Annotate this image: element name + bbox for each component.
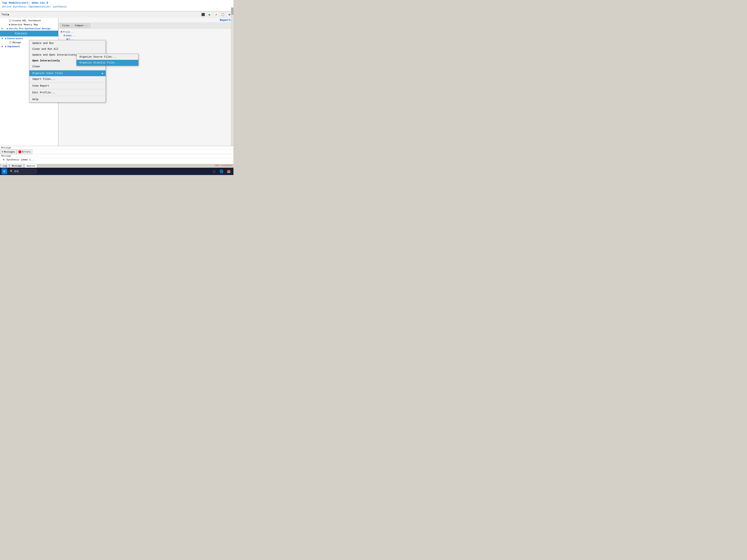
- indent: ⊟: [1, 45, 5, 48]
- synthesis-expand-icon: ⊟: [3, 158, 4, 161]
- indent: ⊟: [1, 27, 7, 30]
- tree-item-verify-pre[interactable]: ⊟ ▶ Verify Pre-Synthesized Design: [0, 27, 58, 31]
- taskbar-icon-3[interactable]: 🦊: [225, 168, 232, 175]
- search-bar[interactable]: 🔍 搜索: [8, 169, 37, 174]
- taskbar-icons: ⬚ 🌐 🦊: [211, 168, 232, 175]
- messages-tab[interactable]: ≡ Messages: [0, 150, 17, 154]
- reports-label: Reports: [58, 18, 233, 23]
- right-scrollbar[interactable]: [231, 7, 233, 164]
- implement-icon: ▶: [5, 45, 6, 48]
- proje-item[interactable]: ⊞ Proje...: [60, 30, 232, 34]
- files-tab[interactable]: Files: [60, 24, 72, 28]
- manage-icon: 📋: [9, 41, 12, 44]
- demo-label: demo...: [66, 34, 76, 37]
- constraints-icon: ▶: [5, 37, 6, 40]
- check-icon: ✔: [215, 13, 217, 17]
- taskbar-app3-icon: 🦊: [227, 169, 231, 174]
- taskbar: ⊞ 🔍 搜索 ⬚ 🌐 🦊: [0, 168, 233, 175]
- menu-item-help[interactable]: Help: [29, 97, 106, 102]
- messages-tab-label: Messages: [4, 151, 15, 153]
- play-button[interactable]: ▶: [207, 12, 212, 17]
- top-area: Top Module(root): demo_i2c_0 Active Synt…: [0, 0, 233, 11]
- copy-button[interactable]: 📋: [220, 12, 225, 17]
- implement-label: Implement: [7, 45, 20, 48]
- synthesis-item-label: Synthesis [demo i...: [6, 158, 35, 161]
- top-module-label: Top Module(root): demo_i2c_0: [2, 1, 231, 5]
- synthesis-tree-item[interactable]: ⊟ Synthesis [demo i...: [0, 158, 233, 161]
- tree-item-gen-memory[interactable]: ◈ Generate Memory Map: [0, 23, 58, 27]
- menu-item-edit-profile[interactable]: Edit Profile...: [29, 90, 106, 96]
- watermark-label: CSDN 小小白的读卡台: [214, 164, 233, 167]
- scrollbar-thumb[interactable]: [231, 8, 233, 15]
- indent: ⊟: [1, 37, 5, 40]
- tool-label: Tool ▲: [1, 13, 13, 16]
- toolbar-row: Tool ▲ ⬛ ▶ ✔ 📋 ⚙: [0, 11, 233, 18]
- toolbar-icons: ⬛ ▶ ✔ 📋 ⚙: [201, 12, 232, 17]
- menu-divider-3: [29, 89, 106, 89]
- check-button[interactable]: ✔: [214, 12, 219, 17]
- start-button[interactable]: ⊞: [1, 168, 7, 174]
- message-header-label: Message: [0, 146, 233, 150]
- constraints-label: Constraints: [7, 37, 23, 40]
- play-icon: ▶: [209, 12, 211, 17]
- copy-icon: 📋: [221, 13, 225, 17]
- gen-icon: ◈: [9, 23, 10, 26]
- errors-tab-label: Errors: [22, 151, 31, 153]
- message-status-tab[interactable]: Message: [10, 164, 24, 168]
- verify-pre-label: Verify Pre-Synthesized Design: [9, 27, 50, 30]
- hdl-testbench-label: Create HDL Testbench: [12, 19, 41, 22]
- search-tab[interactable]: Search: [24, 164, 37, 168]
- windows-icon: ⊞: [3, 169, 5, 174]
- submenu-arrow-icon: ▶: [102, 72, 103, 75]
- gen-memory-label: Generate Memory Map: [11, 23, 38, 26]
- stop-icon: ⬛: [201, 13, 205, 17]
- taskbar-icon-1[interactable]: ⬚: [211, 168, 217, 175]
- submenu-item-organize-source[interactable]: Organize Source Files...: [77, 54, 138, 60]
- menu-item-update-run[interactable]: Update and Run: [29, 40, 106, 46]
- menu-item-organize-input[interactable]: Organize Input Files ▶: [29, 70, 106, 76]
- menu-item-import-files[interactable]: Import Files...: [29, 76, 106, 82]
- log-tab[interactable]: Log: [1, 164, 9, 168]
- proje-expand-icon: ⊞: [61, 30, 62, 33]
- search-placeholder-label: 搜索: [14, 170, 19, 173]
- message-tabs-row: ≡ Messages ✕ Errors: [0, 150, 233, 154]
- stop-button[interactable]: ⬛: [201, 12, 206, 17]
- errors-tab[interactable]: ✕ Errors: [17, 150, 32, 154]
- messages-icon: ≡: [2, 151, 3, 153]
- demo-item[interactable]: ⊟ demo...: [63, 34, 232, 37]
- right-panel-header: Files Compon···: [58, 23, 233, 29]
- menu-item-clean-run-all[interactable]: Clean and Run All: [29, 46, 106, 52]
- manage-label: Manage: [12, 41, 21, 44]
- menu-item-view-report[interactable]: View Report: [29, 83, 106, 89]
- taskbar-icon-2[interactable]: 🌐: [218, 168, 225, 175]
- menu-divider-4: [29, 96, 106, 96]
- gear-icon: ⚙: [229, 13, 230, 17]
- submenu-item-organize-stimulus[interactable]: Organize Stimulus Files...: [77, 60, 138, 65]
- taskbar-app-icon: ⬚: [213, 169, 215, 174]
- error-badge-icon: ✕: [19, 151, 21, 153]
- search-icon: 🔍: [10, 170, 13, 173]
- compon-tab[interactable]: Compon···: [73, 24, 90, 28]
- tree-item-constraints[interactable]: ⊟ ▶ Constraints: [0, 36, 58, 41]
- hdl-icon: 📋: [9, 19, 12, 22]
- message-section-label: Message: [0, 154, 233, 158]
- verify-icon: ▶: [7, 27, 8, 30]
- simulate-label: Simulate: [15, 32, 27, 35]
- status-bar: Log Message Search: [0, 164, 233, 168]
- tree-item-simulate[interactable]: 🔷 Simulate: [0, 31, 58, 36]
- taskbar-app2-icon: 🌐: [220, 169, 224, 174]
- active-synthesis-label: Active Synthesis Implementation: synthes…: [2, 5, 231, 8]
- demo-expand-icon: ⊟: [63, 34, 65, 37]
- menu-divider-2: [29, 82, 106, 83]
- simulate-icon: 🔷: [10, 32, 14, 35]
- submenu: Organize Source Files... Organize Stimul…: [76, 54, 138, 66]
- context-menu: Update and Run Clean and Run All Update …: [29, 40, 106, 103]
- tree-item-hdl-testbench[interactable]: 📋 Create HDL Testbench: [0, 19, 58, 23]
- proje-label: Proje...: [63, 31, 74, 33]
